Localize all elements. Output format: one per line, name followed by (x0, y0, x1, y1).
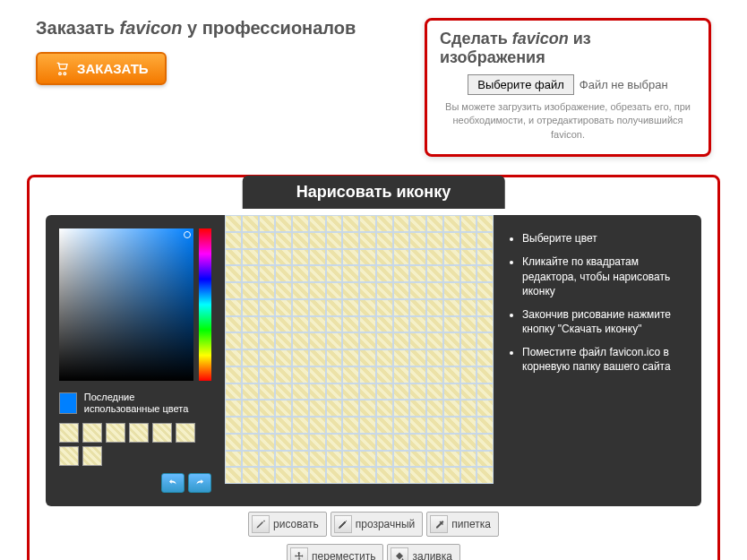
pixel-cell[interactable] (443, 249, 460, 266)
pixel-cell[interactable] (376, 265, 393, 282)
pixel-cell[interactable] (443, 366, 460, 383)
pixel-cell[interactable] (342, 332, 359, 349)
pixel-cell[interactable] (409, 215, 426, 232)
pixel-cell[interactable] (275, 451, 292, 468)
pixel-cell[interactable] (309, 299, 326, 316)
pixel-cell[interactable] (426, 349, 443, 366)
pixel-cell[interactable] (326, 299, 343, 316)
pixel-cell[interactable] (309, 316, 326, 333)
pixel-cell[interactable] (460, 332, 477, 349)
pixel-cell[interactable] (309, 282, 326, 299)
pixel-cell[interactable] (359, 349, 376, 366)
pixel-cell[interactable] (477, 366, 494, 383)
pixel-cell[interactable] (409, 282, 426, 299)
pixel-cell[interactable] (393, 349, 410, 366)
pixel-cell[interactable] (259, 366, 276, 383)
pixel-cell[interactable] (376, 349, 393, 366)
pixel-cell[interactable] (393, 316, 410, 333)
pixel-cell[interactable] (275, 383, 292, 401)
pixel-cell[interactable] (309, 366, 326, 383)
pixel-cell[interactable] (242, 349, 259, 366)
pixel-cell[interactable] (426, 316, 443, 333)
pixel-cell[interactable] (426, 451, 443, 468)
pixel-cell[interactable] (477, 265, 494, 282)
recent-swatch[interactable] (106, 423, 125, 443)
pixel-cell[interactable] (359, 400, 376, 417)
pixel-cell[interactable] (326, 265, 343, 282)
pixel-cell[interactable] (275, 417, 292, 434)
pixel-cell[interactable] (242, 400, 259, 417)
pixel-cell[interactable] (477, 417, 494, 434)
pixel-cell[interactable] (443, 232, 460, 249)
pixel-cell[interactable] (359, 366, 376, 383)
pixel-cell[interactable] (393, 383, 410, 401)
pixel-cell[interactable] (225, 383, 242, 401)
pixel-cell[interactable] (426, 282, 443, 299)
pixel-cell[interactable] (443, 215, 460, 232)
pixel-cell[interactable] (460, 316, 477, 333)
pixel-cell[interactable] (426, 265, 443, 282)
pixel-cell[interactable] (376, 451, 393, 468)
pixel-cell[interactable] (409, 383, 426, 401)
pixel-cell[interactable] (242, 332, 259, 349)
pixel-cell[interactable] (326, 349, 343, 366)
pixel-cell[interactable] (409, 316, 426, 333)
tool-fill[interactable]: заливка (387, 544, 459, 560)
pixel-cell[interactable] (309, 467, 326, 484)
pixel-cell[interactable] (292, 434, 309, 451)
pixel-cell[interactable] (225, 366, 242, 383)
pixel-cell[interactable] (477, 316, 494, 333)
pixel-cell[interactable] (292, 417, 309, 434)
pixel-cell[interactable] (259, 467, 276, 484)
pixel-cell[interactable] (326, 249, 343, 266)
pixel-cell[interactable] (342, 215, 359, 232)
pixel-cell[interactable] (376, 282, 393, 299)
pixel-cell[interactable] (259, 215, 276, 232)
pixel-cell[interactable] (242, 467, 259, 484)
pixel-cell[interactable] (225, 265, 242, 282)
pixel-cell[interactable] (393, 417, 410, 434)
pixel-cell[interactable] (409, 434, 426, 451)
pixel-cell[interactable] (460, 366, 477, 383)
pixel-cell[interactable] (242, 451, 259, 468)
pixel-cell[interactable] (326, 400, 343, 417)
pixel-cell[interactable] (275, 249, 292, 266)
pixel-cell[interactable] (426, 249, 443, 266)
pixel-cell[interactable] (393, 451, 410, 468)
pixel-cell[interactable] (342, 383, 359, 401)
pixel-cell[interactable] (409, 467, 426, 484)
current-color-swatch[interactable] (59, 392, 77, 414)
pixel-cell[interactable] (460, 417, 477, 434)
pixel-cell[interactable] (409, 366, 426, 383)
hue-slider[interactable] (199, 228, 211, 381)
pixel-cell[interactable] (376, 383, 393, 401)
pixel-cell[interactable] (376, 249, 393, 266)
pixel-cell[interactable] (460, 232, 477, 249)
pixel-cell[interactable] (259, 232, 276, 249)
pixel-cell[interactable] (477, 467, 494, 484)
choose-file-button[interactable]: Выберите файл (468, 74, 573, 95)
pixel-cell[interactable] (443, 299, 460, 316)
order-button[interactable]: ЗАКАЗАТЬ (36, 52, 167, 85)
pixel-cell[interactable] (409, 400, 426, 417)
tool-transparent[interactable]: прозрачный (331, 512, 424, 537)
pixel-cell[interactable] (275, 332, 292, 349)
recent-swatch[interactable] (129, 423, 149, 443)
pixel-cell[interactable] (242, 383, 259, 401)
pixel-cell[interactable] (460, 349, 477, 366)
pixel-cell[interactable] (309, 451, 326, 468)
pixel-cell[interactable] (460, 282, 477, 299)
pixel-cell[interactable] (326, 232, 343, 249)
pixel-cell[interactable] (342, 434, 359, 451)
pixel-cell[interactable] (326, 383, 343, 401)
pixel-cell[interactable] (292, 249, 309, 266)
pixel-cell[interactable] (393, 249, 410, 266)
pixel-cell[interactable] (359, 265, 376, 282)
pixel-cell[interactable] (393, 434, 410, 451)
pixel-cell[interactable] (225, 400, 242, 417)
pixel-cell[interactable] (359, 316, 376, 333)
color-picker-field[interactable] (59, 228, 193, 381)
pixel-cell[interactable] (242, 282, 259, 299)
pixel-cell[interactable] (225, 451, 242, 468)
pixel-cell[interactable] (342, 249, 359, 266)
